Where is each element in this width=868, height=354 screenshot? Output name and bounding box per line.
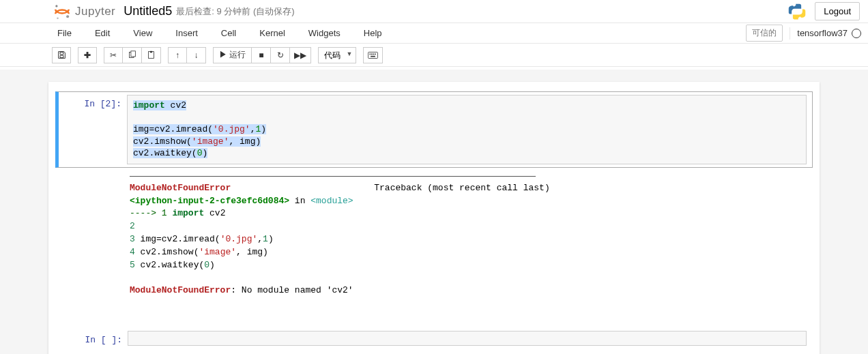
python-icon (787, 2, 807, 21)
menu-help[interactable]: Help (358, 24, 388, 42)
svg-rect-14 (371, 55, 376, 57)
menu-file[interactable]: File (52, 24, 77, 42)
fast-forward-icon: ▶▶ (294, 50, 306, 60)
svg-rect-9 (368, 52, 378, 58)
traceback-label: Traceback (most recent call last) (374, 183, 549, 193)
cut-icon: ✂ (110, 50, 117, 60)
arrow-up-icon: ↑ (175, 50, 179, 60)
copy-button[interactable] (123, 47, 142, 63)
kernel-status-icon (852, 29, 861, 38)
svg-rect-8 (150, 51, 152, 53)
run-label: ▶ 运行 (219, 49, 246, 61)
divider (790, 27, 790, 40)
code-cell[interactable]: In [2]: import cv2 img=cv2.imread('0.jpg… (55, 91, 813, 168)
copy-icon (128, 50, 136, 59)
trusted-indicator[interactable]: 可信的 (746, 25, 783, 42)
traceback-location: <ipython-input-2-cfe3efc6d084> (130, 196, 289, 206)
checkpoint-status: 最后检查: 9 分钟前 (自动保存) (176, 5, 294, 18)
menu-view[interactable]: View (128, 24, 158, 42)
notebook-name[interactable]: Untitled5 (124, 4, 172, 18)
input-prompt: In [ ]: (56, 331, 128, 346)
jupyter-brand-text: Jupyter (75, 5, 115, 18)
run-button[interactable]: ▶ 运行 (213, 47, 252, 63)
jupyter-logo[interactable]: Jupyter (53, 3, 115, 20)
menu-edit[interactable]: Edit (89, 24, 115, 42)
header: Jupyter Untitled5 最后检查: 9 分钟前 (自动保存) Log… (0, 0, 868, 23)
restart-button[interactable]: ↻ (271, 47, 290, 63)
restart-run-all-button[interactable]: ▶▶ (290, 47, 311, 63)
error-name-final: ModuleNotFoundError (130, 285, 231, 295)
celltype-select[interactable]: 代码 (318, 47, 356, 63)
plus-icon: ✚ (84, 50, 91, 60)
move-down-button[interactable]: ↓ (187, 47, 206, 63)
menu-insert[interactable]: Insert (170, 24, 203, 42)
jupyter-icon (53, 3, 71, 20)
svg-rect-10 (370, 53, 371, 55)
stop-icon: ■ (259, 50, 263, 60)
menu-cell[interactable]: Cell (216, 24, 242, 42)
logout-button[interactable]: Logout (815, 2, 860, 20)
svg-point-0 (55, 5, 57, 7)
menu-widgets[interactable]: Widgets (303, 24, 346, 42)
restart-icon: ↻ (277, 50, 284, 60)
svg-point-4 (799, 16, 800, 18)
svg-rect-11 (371, 53, 373, 55)
kernel-indicator[interactable]: tensorflow37 (797, 28, 861, 38)
code-input[interactable]: import cv2 img=cv2.imread('0.jpg',1) cv2… (127, 95, 807, 164)
notebook-container: In [2]: import cv2 img=cv2.imread('0.jpg… (0, 70, 868, 354)
code-input[interactable] (128, 331, 807, 346)
keyboard-icon (368, 51, 378, 59)
paste-button[interactable] (142, 47, 161, 63)
svg-point-3 (794, 5, 795, 6)
arrow-down-icon: ↓ (194, 50, 199, 60)
input-prompt: In [2]: (55, 95, 127, 164)
traceback-arrow: ----> 1 (130, 208, 167, 218)
insert-cell-button[interactable]: ✚ (78, 47, 97, 63)
menubar: File Edit View Insert Cell Kernel Widget… (0, 23, 868, 44)
svg-rect-13 (375, 53, 376, 55)
svg-rect-12 (373, 53, 375, 55)
svg-point-2 (57, 17, 59, 19)
toolbar: ✚ ✂ ↑ ↓ ▶ 运行 ■ ↻ ▶▶ 代码 (0, 44, 868, 67)
menu-kernel[interactable]: Kernel (254, 24, 291, 42)
error-message: : No module named 'cv2' (231, 285, 353, 295)
paste-icon (147, 50, 156, 59)
cut-button[interactable]: ✂ (104, 47, 123, 63)
notebook: In [2]: import cv2 img=cv2.imread('0.jpg… (48, 82, 820, 354)
cell-output: ModuleNotFoundErrorTraceback (most recen… (127, 171, 813, 301)
interrupt-button[interactable]: ■ (252, 47, 271, 63)
svg-rect-6 (131, 51, 136, 57)
save-button[interactable] (52, 47, 71, 63)
save-icon (57, 50, 66, 59)
error-name: ModuleNotFoundError (130, 183, 231, 193)
kernel-name: tensorflow37 (797, 28, 848, 38)
command-palette-button[interactable] (363, 47, 383, 63)
traceback-separator (130, 176, 536, 177)
code-cell[interactable]: In [ ]: (55, 327, 813, 349)
move-up-button[interactable]: ↑ (168, 47, 187, 63)
svg-point-1 (66, 15, 69, 18)
